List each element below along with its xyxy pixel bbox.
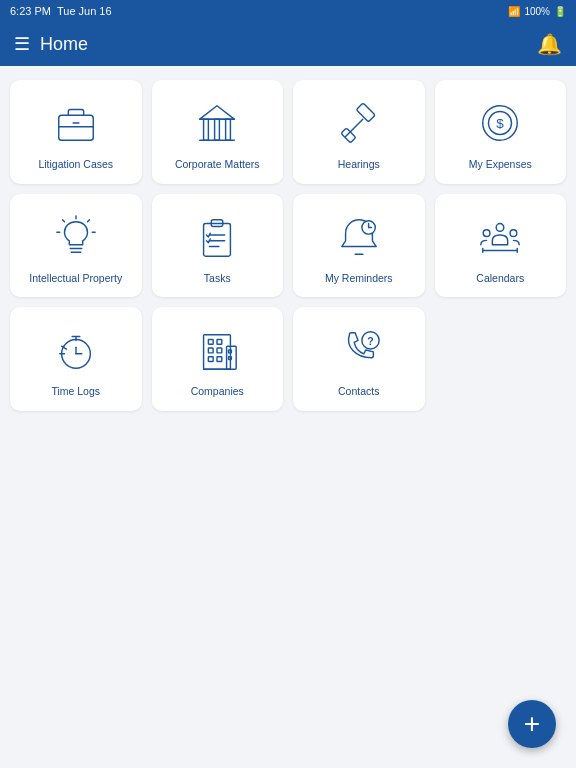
my-reminders-icon xyxy=(332,210,386,264)
svg-rect-10 xyxy=(356,103,375,122)
my-expenses-icon: $ xyxy=(473,96,527,150)
status-date: Tue Jun 16 xyxy=(57,5,112,17)
grid-item-contacts[interactable]: ? Contacts xyxy=(293,307,425,411)
intellectual-property-icon xyxy=(49,210,103,264)
my-expenses-label: My Expenses xyxy=(469,158,532,172)
status-time: 6:23 PM xyxy=(10,5,51,17)
litigation-cases-label: Litigation Cases xyxy=(38,158,113,172)
grid-item-hearings[interactable]: Hearings xyxy=(293,80,425,184)
svg-rect-22 xyxy=(204,223,231,256)
svg-text:$: $ xyxy=(497,116,505,131)
status-right: 📶 100% 🔋 xyxy=(508,6,566,17)
svg-rect-51 xyxy=(217,357,222,362)
tasks-icon xyxy=(190,210,244,264)
litigation-cases-icon xyxy=(49,96,103,150)
svg-text:?: ? xyxy=(367,335,373,347)
svg-rect-46 xyxy=(209,340,214,345)
my-reminders-label: My Reminders xyxy=(325,272,393,286)
svg-rect-47 xyxy=(217,340,222,345)
time-logs-label: Time Logs xyxy=(51,385,100,399)
svg-point-32 xyxy=(483,229,490,236)
fab-add-button[interactable]: + xyxy=(508,700,556,748)
intellectual-property-label: Intellectual Property xyxy=(29,272,122,286)
companies-label: Companies xyxy=(191,385,244,399)
svg-rect-50 xyxy=(209,357,214,362)
svg-rect-8 xyxy=(226,119,231,140)
grid-item-my-expenses[interactable]: $ My Expenses xyxy=(435,80,567,184)
corporate-matters-label: Corporate Matters xyxy=(175,158,260,172)
svg-rect-11 xyxy=(341,128,356,143)
svg-rect-0 xyxy=(59,115,94,140)
svg-rect-7 xyxy=(215,119,220,140)
contacts-label: Contacts xyxy=(338,385,379,399)
time-logs-icon xyxy=(49,323,103,377)
svg-point-33 xyxy=(510,229,517,236)
svg-line-9 xyxy=(345,119,362,136)
grid-item-intellectual-property[interactable]: Intellectual Property xyxy=(10,194,142,298)
grid-item-time-logs[interactable]: Time Logs xyxy=(10,307,142,411)
fab-plus-icon: + xyxy=(524,710,540,738)
tasks-label: Tasks xyxy=(204,272,231,286)
grid-item-my-reminders[interactable]: My Reminders xyxy=(293,194,425,298)
contacts-icon: ? xyxy=(332,323,386,377)
page-title: Home xyxy=(40,34,88,55)
companies-icon xyxy=(190,323,244,377)
menu-icon[interactable]: ☰ xyxy=(14,33,30,55)
svg-rect-48 xyxy=(209,348,214,353)
grid-item-companies[interactable]: Companies xyxy=(152,307,284,411)
grid-item-calendars[interactable]: Calendars xyxy=(435,194,567,298)
battery-text: 100% xyxy=(524,6,550,17)
status-left: 6:23 PM Tue Jun 16 xyxy=(10,5,112,17)
battery-icon: 🔋 xyxy=(554,6,566,17)
status-bar: 6:23 PM Tue Jun 16 📶 100% 🔋 xyxy=(0,0,576,22)
grid-item-corporate-matters[interactable]: Corporate Matters xyxy=(152,80,284,184)
corporate-matters-icon xyxy=(190,96,244,150)
wifi-icon: 📶 xyxy=(508,6,520,17)
hearings-icon xyxy=(332,96,386,150)
svg-line-18 xyxy=(62,219,64,221)
svg-marker-5 xyxy=(200,106,235,119)
app-header: ☰ Home 🔔 xyxy=(0,22,576,66)
notification-bell-icon[interactable]: 🔔 xyxy=(537,32,562,56)
hearings-label: Hearings xyxy=(338,158,380,172)
home-grid: Litigation Cases Corporate Matters xyxy=(0,66,576,425)
svg-rect-49 xyxy=(217,348,222,353)
svg-point-31 xyxy=(496,223,504,231)
svg-line-20 xyxy=(87,219,89,221)
grid-item-tasks[interactable]: Tasks xyxy=(152,194,284,298)
svg-rect-6 xyxy=(204,119,209,140)
calendars-label: Calendars xyxy=(476,272,524,286)
calendars-icon xyxy=(473,210,527,264)
grid-item-litigation-cases[interactable]: Litigation Cases xyxy=(10,80,142,184)
